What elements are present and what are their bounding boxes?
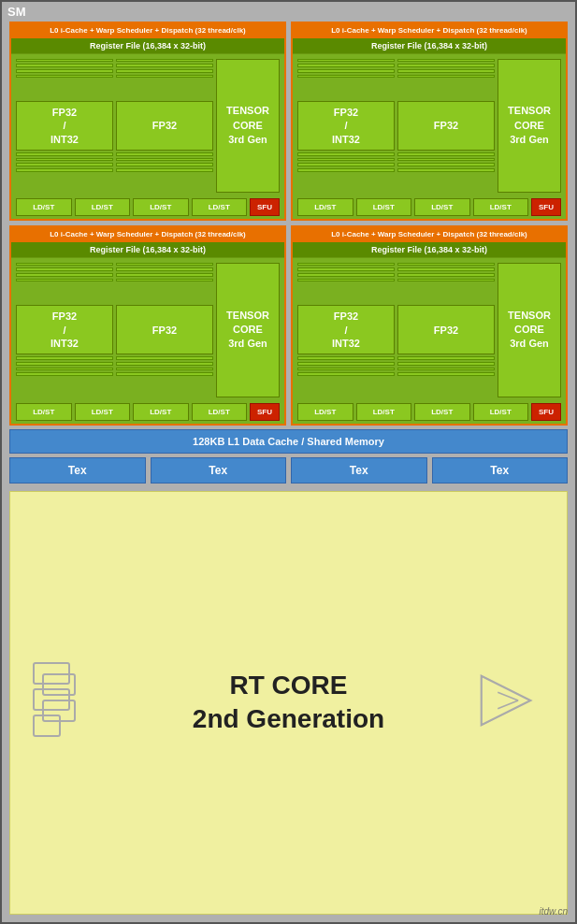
fp32-cell bbox=[16, 75, 113, 79]
tensor-label-4: TENSORCORE3rd Gen bbox=[508, 309, 551, 352]
fp32-cell bbox=[397, 69, 495, 73]
fp32-small-grid-1a bbox=[16, 59, 113, 99]
fp32-label-4b: FP32 bbox=[397, 305, 495, 354]
fp32-cell bbox=[397, 279, 495, 282]
fp32-cell bbox=[116, 279, 213, 282]
fp32-cell bbox=[116, 263, 213, 267]
fp32-sg-2a bbox=[297, 59, 395, 99]
rt-core-text: RT CORE 2nd Generation bbox=[193, 669, 384, 737]
ldst-15: LD/ST bbox=[414, 403, 470, 421]
fp32-col-3b: FP32 bbox=[116, 263, 213, 397]
fp32-sg-4b bbox=[397, 263, 495, 303]
fp32-small-grid-1a-2 bbox=[16, 152, 113, 193]
ldst-3: LD/ST bbox=[133, 198, 189, 216]
fp32-cell bbox=[297, 372, 395, 376]
cores-area-3: FP32/ INT32 bbox=[11, 258, 284, 400]
ldst-9: LD/ST bbox=[16, 403, 72, 421]
fp32-cell bbox=[116, 158, 213, 162]
fp32-cell bbox=[116, 64, 213, 67]
fp32-cell bbox=[16, 279, 113, 282]
ldst-6: LD/ST bbox=[356, 198, 412, 216]
rt-core: RT CORE 2nd Generation bbox=[9, 491, 568, 916]
fp32-col-4b: FP32 bbox=[397, 263, 495, 397]
fp32-cell bbox=[397, 64, 495, 67]
fp32-cell bbox=[116, 273, 213, 277]
fp32-cell bbox=[397, 263, 495, 267]
sm-label: SM bbox=[2, 2, 575, 22]
fp32-cell bbox=[16, 368, 113, 371]
fp32-sg-2b bbox=[397, 59, 495, 99]
fp32-col-4a: FP32/ INT32 bbox=[297, 263, 395, 397]
fp32-cell bbox=[297, 163, 395, 166]
fp32-col-1a: FP32/ INT32 bbox=[16, 59, 113, 194]
svg-rect-2 bbox=[34, 715, 60, 736]
fp32-cell bbox=[116, 168, 213, 172]
fp32-cell bbox=[297, 279, 395, 282]
bottom-bar-3: LD/ST LD/ST LD/ST LD/ST SFU bbox=[11, 400, 284, 424]
fp32-cell bbox=[16, 64, 113, 67]
tensor-col-1: TENSORCORE3rd Gen bbox=[216, 59, 280, 194]
ldst-16: LD/ST bbox=[473, 403, 529, 421]
reg-file-4: Register File (16,384 x 32-bit) bbox=[293, 242, 566, 258]
quadrant-4: L0 i-Cache + Warp Scheduler + Dispatch (… bbox=[291, 225, 568, 425]
reg-file-1: Register File (16,384 x 32-bit) bbox=[11, 38, 284, 54]
fp32-cell bbox=[16, 152, 113, 156]
fp32-cell bbox=[116, 368, 213, 371]
fp32-cell bbox=[397, 158, 495, 162]
fp32-cell bbox=[297, 368, 395, 371]
fp32-col-2a: FP32/ INT32 bbox=[297, 59, 395, 194]
sm-container: SM L0 i-Cache + Warp Scheduler + Dispatc… bbox=[0, 0, 577, 924]
fp32-cell bbox=[116, 152, 213, 156]
warp-header-3: L0 i-Cache + Warp Scheduler + Dispatch (… bbox=[11, 227, 284, 242]
fp32-sg-3a2 bbox=[16, 356, 113, 397]
fp32-cell bbox=[297, 273, 395, 277]
l1-cache-label: 128KB L1 Data Cache / Shared Memory bbox=[9, 429, 568, 454]
fp32-cell bbox=[16, 168, 113, 172]
tensor-label-1: TENSORCORE3rd Gen bbox=[226, 104, 269, 147]
fp32-cell bbox=[397, 59, 495, 63]
fp32-cell bbox=[397, 163, 495, 166]
rt-core-shapes-icon bbox=[29, 654, 113, 751]
tensor-col-3: TENSORCORE3rd Gen bbox=[216, 263, 280, 397]
fp32-label-4a: FP32/ INT32 bbox=[297, 305, 395, 354]
fp32-cell bbox=[297, 356, 395, 360]
fp32-cell bbox=[116, 356, 213, 360]
ldst-12: LD/ST bbox=[192, 403, 248, 421]
fp32-cell bbox=[397, 368, 495, 371]
tex-1: Tex bbox=[9, 457, 146, 484]
fp32-cell bbox=[297, 152, 395, 156]
fp32-cell bbox=[297, 267, 395, 271]
warp-header-1: L0 i-Cache + Warp Scheduler + Dispatch (… bbox=[11, 23, 284, 38]
ldst-7: LD/ST bbox=[414, 198, 470, 216]
fp32-sg-4a2 bbox=[297, 356, 395, 397]
fp32-sg-3b2 bbox=[116, 356, 213, 397]
fp32-cell bbox=[16, 273, 113, 277]
fp32-cell bbox=[116, 267, 213, 271]
tex-row: Tex Tex Tex Tex bbox=[9, 457, 568, 487]
tensor-label-3: TENSORCORE3rd Gen bbox=[226, 309, 269, 352]
tensor-label-2: TENSORCORE3rd Gen bbox=[508, 104, 551, 147]
fp32-label-3a: FP32/ INT32 bbox=[16, 305, 113, 354]
tex-2: Tex bbox=[151, 457, 287, 484]
fp32-cell bbox=[397, 168, 495, 172]
fp32-small-grid-1b-2 bbox=[116, 152, 213, 193]
fp32-cell bbox=[16, 163, 113, 166]
quadrant-1: L0 i-Cache + Warp Scheduler + Dispatch (… bbox=[9, 22, 286, 221]
fp32-cell bbox=[116, 59, 213, 63]
svg-marker-5 bbox=[482, 676, 531, 726]
fp32-label-2a: FP32/ INT32 bbox=[297, 101, 395, 151]
warp-header-4: L0 i-Cache + Warp Scheduler + Dispatch (… bbox=[293, 227, 566, 242]
fp32-small-grid-1b bbox=[116, 59, 213, 99]
fp32-cell bbox=[16, 69, 113, 73]
cores-area-1: FP32/ INT32 bbox=[11, 54, 284, 196]
fp32-cell bbox=[297, 64, 395, 67]
quadrant-2: L0 i-Cache + Warp Scheduler + Dispatch (… bbox=[291, 22, 568, 221]
fp32-col-1b: FP32 bbox=[116, 59, 213, 194]
ldst-14: LD/ST bbox=[356, 403, 412, 421]
fp32-cell bbox=[297, 263, 395, 267]
ldst-2: LD/ST bbox=[75, 198, 131, 216]
bottom-bar-2: LD/ST LD/ST LD/ST LD/ST SFU bbox=[293, 195, 566, 219]
ldst-13: LD/ST bbox=[297, 403, 353, 421]
fp32-col-2b: FP32 bbox=[397, 59, 495, 194]
ldst-1: LD/ST bbox=[16, 198, 72, 216]
